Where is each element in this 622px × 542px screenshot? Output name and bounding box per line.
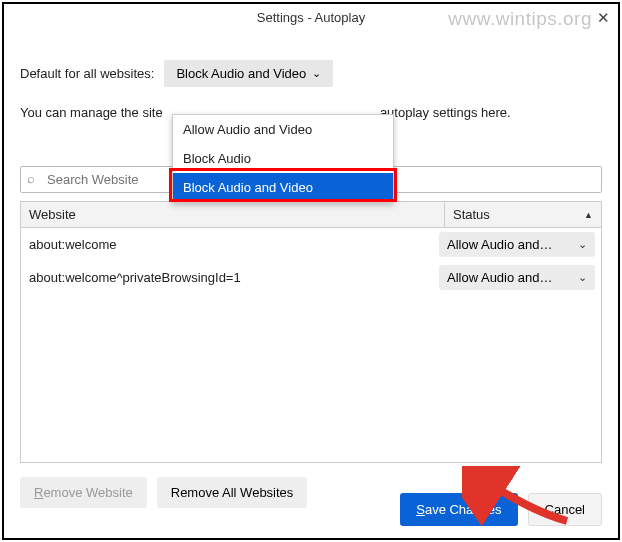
default-dropdown[interactable]: Block Audio and Video ⌄: [164, 60, 333, 87]
table-row[interactable]: about:welcome^privateBrowsingId=1 Allow …: [21, 261, 601, 294]
window-title: Settings - Autoplay: [4, 10, 618, 25]
chevron-down-icon: ⌄: [578, 238, 587, 251]
status-dropdown[interactable]: Allow Audio and… ⌄: [439, 232, 595, 257]
titlebar: Settings - Autoplay www.wintips.org ✕: [4, 4, 618, 34]
close-icon[interactable]: ✕: [594, 9, 612, 27]
remove-website-button[interactable]: Remove Website: [20, 477, 147, 508]
default-label: Default for all websites:: [20, 66, 154, 81]
dropdown-option-block-audio[interactable]: Block Audio: [173, 144, 393, 173]
sort-asc-icon: ▲: [584, 210, 593, 220]
status-dropdown[interactable]: Allow Audio and… ⌄: [439, 265, 595, 290]
col-header-status[interactable]: Status ▲: [445, 202, 601, 227]
table-row[interactable]: about:welcome Allow Audio and… ⌄: [21, 228, 601, 261]
dropdown-option-block-all[interactable]: Block Audio and Video: [173, 173, 393, 202]
search-icon: ⌕: [27, 171, 35, 186]
cancel-button[interactable]: Cancel: [528, 493, 602, 526]
table-header: Website Status ▲: [21, 202, 601, 228]
cell-website: about:welcome^privateBrowsingId=1: [27, 270, 433, 285]
cell-website: about:welcome: [27, 237, 433, 252]
default-dropdown-menu[interactable]: Allow Audio and Video Block Audio Block …: [172, 114, 394, 203]
chevron-down-icon: ⌄: [312, 67, 321, 80]
dropdown-option-allow[interactable]: Allow Audio and Video: [173, 115, 393, 144]
chevron-down-icon: ⌄: [578, 271, 587, 284]
save-button[interactable]: Save Changes: [400, 493, 517, 526]
remove-all-button[interactable]: Remove All Websites: [157, 477, 308, 508]
col-header-website[interactable]: Website: [21, 202, 445, 227]
website-table: Website Status ▲ about:welcome Allow Aud…: [20, 201, 602, 463]
dropdown-selected-label: Block Audio and Video: [176, 66, 306, 81]
